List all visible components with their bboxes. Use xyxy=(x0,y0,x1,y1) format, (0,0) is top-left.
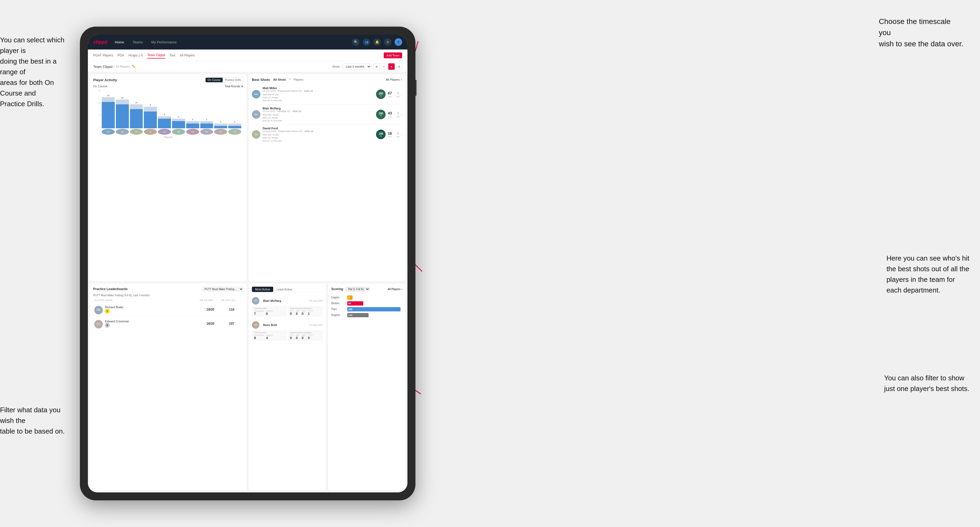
chart-subheader: On Course Total Rounds ▼ xyxy=(93,85,243,88)
search-icon[interactable]: 🔍 xyxy=(352,38,360,46)
bars-container: 13 12 10 xyxy=(102,91,241,128)
practice-header: Practice Leaderboards PUTT Must Make Put… xyxy=(93,287,243,292)
pb-score-1: 18/20 xyxy=(200,322,221,325)
shot-detail-0: Shot Dist: 67 yds Start Lie: Rough End L… xyxy=(262,93,376,102)
rounds-section-0: Total Rounds Tournament 7 Practice 6 xyxy=(252,306,287,317)
separator: | xyxy=(113,65,114,68)
nav-icons: 🔍 👥 🔔 ⊕ 👤 xyxy=(352,38,402,46)
avatar-miller: MM xyxy=(200,129,213,135)
annotation-top-right: Choose the timescale you wish to see the… xyxy=(879,16,964,49)
nav-my-performance[interactable]: My Performance xyxy=(149,39,179,45)
shot-detail-2: Shot Dist: 16 yds Start Lie: Rough End L… xyxy=(262,133,376,142)
avatar-robertson: LR xyxy=(228,129,241,135)
best-shots-title: Best Shots xyxy=(252,78,270,82)
on-course-tab[interactable]: On Course xyxy=(205,78,223,82)
annotation-top-left: You can select which player is doing the… xyxy=(0,35,75,109)
shot-stats-1: 43 yds 0 yds xyxy=(388,111,400,117)
scoring-row-pars: Pars 499 xyxy=(331,307,402,311)
bar-l-robertson: 2 xyxy=(228,121,241,128)
activity-stats-1: Total Rounds Tournament 8 Practice 4 xyxy=(252,330,323,341)
player-name-0: Richard Butler xyxy=(105,306,124,309)
top-navigation: clippd Home Teams My Performance 🔍 👥 🔔 ⊕… xyxy=(88,35,407,49)
most-active-tab[interactable]: Most Active xyxy=(252,287,273,292)
activity-name-0: Blair McHarg xyxy=(263,299,281,302)
notifications-icon[interactable]: 🔔 xyxy=(373,38,381,46)
edit-icon[interactable]: ✏️ xyxy=(132,65,136,68)
par-select[interactable]: Par 3, 4 & 5s xyxy=(345,287,370,292)
player-thumb-0: MM xyxy=(252,90,261,98)
bottom-right-section: Most Active Least Active BM Blair McHarg… xyxy=(249,284,405,490)
view-icons: ⊞ ≡ ♥ ⚙ xyxy=(373,63,402,70)
birdies-label: Birdies xyxy=(331,302,347,305)
app-logo: clippd xyxy=(93,40,107,45)
chart-label: On Course xyxy=(93,85,107,88)
players-chevron: ▾ xyxy=(401,78,402,81)
activity-toggle: On Course Practice Drills xyxy=(205,78,243,83)
bar-b-mcharg: 13 xyxy=(102,94,115,128)
player-info-0: RB Richard Butler 1 xyxy=(94,305,200,314)
scoring-row-eagles: Eagles 3 xyxy=(331,295,402,300)
col-pb-score: PB SCORE xyxy=(200,299,221,302)
activity-thumb-1: RB xyxy=(252,321,259,329)
players-tab[interactable]: Players xyxy=(293,78,305,82)
subnav-all-players[interactable]: All Players xyxy=(180,52,195,58)
time-filter-select[interactable]: Last 3 months Last 6 months Last year xyxy=(342,63,371,70)
nav-teams[interactable]: Teams xyxy=(130,39,145,45)
leaderboard-header: PLAYER NAME PB SCORE PB AVG SQ xyxy=(93,299,243,302)
grid-icon[interactable]: ⊞ xyxy=(373,63,380,70)
subnav-pga[interactable]: PGA xyxy=(118,52,124,58)
subnav-team-clippd[interactable]: Team Clippd xyxy=(147,52,165,59)
main-content: Player Activity On Course Practice Drill… xyxy=(88,72,407,492)
add-team-button[interactable]: Add Team xyxy=(384,52,402,58)
rounds-section-1: Total Rounds Tournament 8 Practice 4 xyxy=(252,330,287,341)
nav-home[interactable]: Home xyxy=(113,39,126,45)
scoring-row-birdies: Birdies 96 xyxy=(331,301,402,306)
pb-score-0: 19/20 xyxy=(200,308,221,311)
shot-item-0[interactable]: MM Matt Miller 09 Jun 2023 · Royal North… xyxy=(252,84,402,105)
add-icon[interactable]: ⊕ xyxy=(384,38,391,46)
subnav-pgat[interactable]: PGAT Players xyxy=(93,52,113,58)
player-info-1: EC Edward Crossman 2 xyxy=(94,319,200,329)
users-icon[interactable]: 👥 xyxy=(363,38,370,46)
shot-badge-0: 200 SG xyxy=(376,89,386,99)
rank-badge-1: 2 xyxy=(105,323,110,328)
subnav-tour[interactable]: Tour xyxy=(169,52,175,58)
practice-drills-tab[interactable]: Practice Drills xyxy=(223,78,243,82)
scoring-players-filter: All Players ▾ xyxy=(388,288,402,290)
profile-icon[interactable]: 👤 xyxy=(395,38,402,46)
avatar-butler-lead: RB xyxy=(94,306,103,314)
heart-icon[interactable]: ♥ xyxy=(388,63,395,70)
y-label-10: 10 xyxy=(93,102,101,104)
avatar-britt: BB xyxy=(116,129,129,135)
sub-navigation: PGAT Players PGA Hcaps 1-5 Team Clippd T… xyxy=(88,49,407,61)
drill-select[interactable]: PUTT Must Make Putting ... xyxy=(202,287,243,292)
bogeys-bar: 115 xyxy=(347,313,369,317)
settings-icon[interactable]: ⚙ xyxy=(396,63,402,70)
avatar-crossman-lead: EC xyxy=(94,320,103,329)
shot-item-2[interactable]: DF David Ford 24 Aug 2023 · Royal North … xyxy=(252,125,402,144)
avatars-row: BM BB DF JC EE xyxy=(102,129,241,135)
annotation-middle-right: Here you can see who's hit the best shot… xyxy=(886,253,969,295)
practice-leaderboard-card: Practice Leaderboards PUTT Must Make Put… xyxy=(90,284,247,490)
activity-thumb-0: BM xyxy=(252,297,259,305)
shot-item-1[interactable]: BM Blair McHarg 23 Jul 2023 · Ashridge G… xyxy=(252,105,402,125)
least-active-tab[interactable]: Least Active xyxy=(273,287,295,292)
shots-toggle: All Shots ▾ Players xyxy=(272,78,304,82)
subnav-hcaps[interactable]: Hcaps 1-5 xyxy=(128,52,143,58)
leaderboard-row-0[interactable]: RB Richard Butler 1 19/20 110 xyxy=(93,303,243,317)
team-count: 14 Players xyxy=(116,65,130,68)
avatar-ebert: EE xyxy=(158,129,171,135)
bar-chart-wrapper: 15 10 5 0 13 12 xyxy=(93,89,243,135)
players-filter-group: All Players ▾ xyxy=(386,78,402,81)
eagles-bar: 3 xyxy=(347,295,353,300)
col-pb-avg: PB AVG SQ xyxy=(221,299,242,302)
rounds-filter[interactable]: Total Rounds ▼ xyxy=(225,85,243,88)
all-shots-tab[interactable]: All Shots xyxy=(272,78,287,82)
shot-location-0: 09 Jun 2023 · Royal North Devon GC · Hol… xyxy=(262,90,376,92)
shot-badge-1: 200 SG xyxy=(376,110,386,119)
leaderboard-row-1[interactable]: EC Edward Crossman 2 18/20 107 xyxy=(93,317,243,331)
scoring-row-bogeys: Bogeys 115 xyxy=(331,313,402,317)
y-label-0: 0 xyxy=(93,126,101,128)
annotation-lower-right: You can also filter to show just one pla… xyxy=(884,373,969,394)
list-icon[interactable]: ≡ xyxy=(381,63,387,70)
